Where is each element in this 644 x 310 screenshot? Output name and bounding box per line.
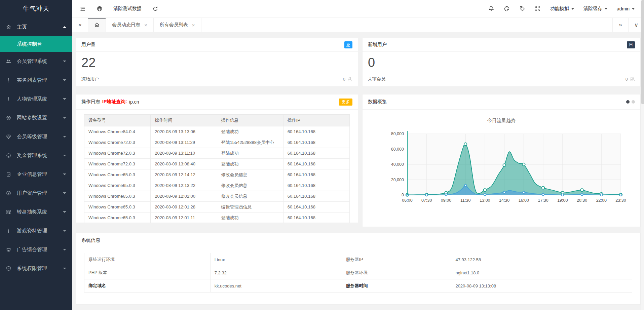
topbar: 清除测试数据 功能模拟清除缓存admin [72, 0, 644, 18]
sidebar-item-5[interactable]: 网站参数设置 [0, 108, 72, 127]
sidebar-subitem-系统控制台[interactable]: 系统控制台 [0, 36, 72, 52]
stat-cards-row: 用户量 总 22 冻结用户 0 新增用户 日 [76, 38, 641, 87]
shield-icon [6, 266, 13, 271]
table-cell: 60.164.10.168 [283, 137, 349, 148]
table-cell: Windows Chrome65.0.3 [84, 212, 151, 223]
list-dots-icon [6, 78, 13, 83]
tabs-scroll-left-button[interactable]: « [72, 18, 88, 32]
dropdown-label: 清除缓存 [583, 6, 602, 12]
sidebar-item-label: 人物管理系统 [17, 96, 47, 102]
table-cell: 登陆成功 [217, 148, 283, 159]
page-scrollbar[interactable] [641, 0, 644, 310]
table-cell: Windows Chrome72.0.3 [84, 137, 151, 148]
info-label: PHP 版本 [84, 266, 211, 279]
caret-down-icon [63, 79, 66, 81]
sidebar-item-1[interactable]: 主页 [0, 17, 72, 36]
svg-text:80,000: 80,000 [391, 131, 404, 136]
more-button[interactable]: 更多 [339, 99, 352, 106]
svg-text:14:30: 14:30 [499, 198, 509, 203]
topbar-left: 清除测试数据 [80, 6, 158, 12]
content: 用户量 总 22 冻结用户 0 新增用户 日 [72, 32, 644, 310]
carousel-dots [626, 100, 635, 104]
dropdown-label: 功能模拟 [550, 6, 569, 12]
bell-icon[interactable] [488, 6, 494, 12]
sidebar-item-label: 奖金管理系统 [17, 152, 47, 159]
sidebar-item-3[interactable]: 实名列表管理 [0, 71, 72, 89]
list-dots-icon [6, 228, 13, 233]
badge-total[interactable]: 总 [344, 41, 352, 48]
table-cell: 60.164.10.168 [283, 180, 349, 191]
sidebar-menu: 主页系统控制台会员管理系统实名列表管理人物管理系统网站参数设置会员等级管理奖金管… [0, 17, 72, 310]
info-value: 47.93.122.58 [451, 253, 632, 266]
column-header: 设备型号 [84, 115, 151, 126]
table-row: Windows Chrome72.0.32020-08-09 13:11:29登… [84, 137, 350, 148]
clear-test-data-button[interactable]: 清除测试数据 [113, 6, 142, 12]
dropdown-6[interactable]: admin [617, 6, 635, 11]
stat-footer-label: 冻结用户 [81, 76, 99, 82]
sidebar-item-10[interactable]: 转盘抽奖系统 [0, 202, 72, 221]
gear-icon [6, 115, 13, 120]
info-value: 7.2.32 [210, 266, 342, 279]
caret-down-icon [63, 249, 66, 250]
globe-icon[interactable] [97, 6, 103, 12]
dropdown-5[interactable]: 清除缓存 [583, 6, 607, 12]
sidebar-item-9[interactable]: 用户资产管理 [0, 184, 72, 202]
fullscreen-icon[interactable] [535, 6, 541, 12]
badge-daily[interactable]: 日 [627, 41, 635, 48]
caret-down-icon [63, 155, 66, 156]
sidebar-item-6[interactable]: 会员等级管理 [0, 127, 72, 146]
close-icon[interactable]: × [192, 22, 195, 28]
tab-home[interactable] [88, 18, 106, 32]
sidebar-submenu: 系统控制台 [0, 36, 72, 52]
tab-会员动态日志[interactable]: 会员动态日志× [106, 18, 154, 32]
tab-所有会员列表[interactable]: 所有会员列表× [154, 18, 201, 32]
caret-down-icon [63, 230, 66, 232]
scrollbar-thumb[interactable] [641, 0, 644, 104]
sidebar-item-4[interactable]: 人物管理系统 [0, 89, 72, 108]
column-header: 操作IP [283, 115, 349, 126]
stat-value: 22 [76, 52, 358, 70]
tag-icon[interactable] [519, 6, 525, 12]
app-logo: 牛气冲天 [0, 0, 72, 17]
grid-icon [6, 209, 13, 215]
sidebar-item-13[interactable]: 系统权限管理 [0, 259, 72, 278]
sidebar-item-7[interactable]: 奖金管理系统 [0, 146, 72, 165]
sidebar-item-label: 游戏资料管理 [17, 228, 47, 234]
yen-icon [6, 191, 13, 196]
stat-card-new-users: 新增用户 日 0 未审会员 0 [362, 38, 641, 87]
sidebar-item-2[interactable]: 会员管理系统 [0, 52, 72, 71]
table-cell: 修改会员信息 [217, 180, 283, 191]
svg-text:20:30: 20:30 [577, 198, 587, 203]
caret-down-icon [63, 211, 66, 213]
sidebar-item-12[interactable]: 广告综合管理 [0, 240, 72, 259]
refresh-icon[interactable] [152, 6, 158, 12]
table-cell: 60.164.10.168 [283, 202, 349, 212]
table-cell: 2020-08-09 13:13:06 [151, 126, 217, 137]
info-value: nginx/1.18.0 [451, 266, 632, 279]
caret-down-icon [63, 268, 66, 269]
panel-title: 操作日志 [81, 99, 100, 105]
svg-text:07:30: 07:30 [421, 198, 432, 203]
panel-title: 系统信息 [81, 237, 100, 243]
palette-icon[interactable] [504, 6, 510, 12]
tabs-spacer [201, 18, 612, 32]
close-icon[interactable]: × [144, 22, 147, 28]
carousel-dot-2[interactable] [632, 100, 635, 104]
sidebar-item-8[interactable]: 企业信息管理 [0, 165, 72, 184]
dropdown-4[interactable]: 功能模拟 [550, 6, 574, 12]
sidebar-item-11[interactable]: 游戏资料管理 [0, 221, 72, 240]
table-row: Windows Chrome72.0.32020-08-09 13:08:40登… [84, 159, 350, 169]
board-icon [6, 247, 13, 252]
carousel-dot-1[interactable] [626, 100, 630, 104]
info-value: 2020-08-09 13:13:08 [451, 279, 632, 293]
svg-text:13:00: 13:00 [480, 198, 490, 203]
tab-bar: «会员动态日志×所有会员列表×»∨ [72, 18, 644, 32]
panel-title: 数据概览 [368, 99, 387, 105]
ip-query-value[interactable]: ip.cn [129, 99, 139, 105]
svg-text:06:00: 06:00 [402, 198, 412, 203]
caret-up-icon [63, 26, 66, 28]
tabs-scroll-right-button[interactable]: » [612, 18, 628, 32]
caret-down-icon [63, 117, 66, 119]
diamond-icon [6, 134, 13, 139]
menu-toggle-icon[interactable] [80, 6, 86, 12]
